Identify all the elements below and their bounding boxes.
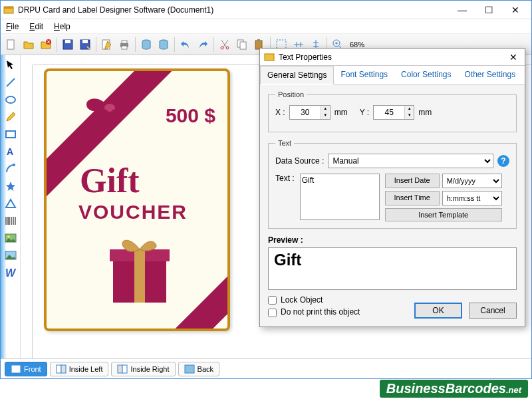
preview-box: Gift xyxy=(268,247,517,290)
dialog-close-icon[interactable]: ✕ xyxy=(506,52,521,63)
amount-text[interactable]: 500 $ xyxy=(166,104,215,127)
cut-icon[interactable] xyxy=(217,37,233,53)
spin-up-icon[interactable]: ▲ xyxy=(405,106,414,112)
dialog-titlebar[interactable]: Text Properties ✕ xyxy=(260,49,525,66)
data-source-label: Data Source : xyxy=(275,156,324,166)
menu-edit[interactable]: Edit xyxy=(29,22,43,31)
line-tool-icon[interactable] xyxy=(3,75,18,90)
tab-font-settings[interactable]: Font Settings xyxy=(334,66,394,84)
open-icon[interactable] xyxy=(21,37,37,53)
svg-rect-36 xyxy=(61,365,66,373)
picture-tool-icon[interactable] xyxy=(3,248,18,263)
new-icon[interactable] xyxy=(3,37,19,53)
database2-icon[interactable] xyxy=(156,37,172,53)
tab-inside-left[interactable]: Inside Left xyxy=(50,362,109,376)
redo-icon[interactable] xyxy=(195,37,211,53)
svg-rect-2 xyxy=(7,40,14,49)
position-group: Position X : ▲▼ mm Y : ▲▼ mm xyxy=(268,90,517,132)
close-button[interactable]: ✕ xyxy=(502,1,529,19)
zoom-level[interactable]: 68% xyxy=(350,41,364,49)
page-tabs: Front Inside Left Inside Right Back xyxy=(1,358,531,378)
insert-date-button[interactable]: Insert Date xyxy=(385,174,440,188)
save-as-icon[interactable] xyxy=(77,37,93,53)
image-tool-icon[interactable] xyxy=(3,231,18,245)
giftbox-image[interactable] xyxy=(100,223,180,312)
preview-label: Preview : xyxy=(268,235,517,245)
insert-time-button[interactable]: Insert Time xyxy=(385,191,440,205)
tab-general-settings[interactable]: General Settings xyxy=(260,66,334,85)
app-icon xyxy=(3,5,14,15)
svg-rect-40 xyxy=(265,54,274,61)
undo-icon[interactable] xyxy=(178,37,194,53)
triangle-tool-icon[interactable] xyxy=(3,196,18,211)
menu-help[interactable]: Help xyxy=(54,22,70,31)
svg-rect-23 xyxy=(6,131,15,138)
svg-rect-35 xyxy=(57,365,61,373)
time-format-select[interactable]: h:mm:ss tt xyxy=(442,191,502,205)
spin-down-icon[interactable]: ▼ xyxy=(321,112,330,119)
pointer-tool-icon[interactable] xyxy=(3,58,18,72)
dialog-icon xyxy=(264,52,275,63)
copy-icon[interactable] xyxy=(234,37,250,53)
ellipse-tool-icon[interactable] xyxy=(3,92,18,107)
arc-tool-icon[interactable] xyxy=(3,162,18,176)
menu-file[interactable]: File xyxy=(6,22,19,31)
svg-rect-19 xyxy=(257,39,260,41)
tab-front[interactable]: Front xyxy=(5,362,47,376)
text-properties-dialog: Text Properties ✕ General Settings Font … xyxy=(259,48,525,327)
rect-tool-icon[interactable] xyxy=(3,127,18,142)
database-icon[interactable] xyxy=(138,37,154,53)
x-label: X : xyxy=(275,108,285,117)
window-title: DRPU Card and Label Designer Software (D… xyxy=(18,5,449,15)
text-label: Text : xyxy=(275,174,295,183)
svg-rect-38 xyxy=(122,365,127,373)
svg-rect-11 xyxy=(122,46,127,49)
dialog-tabs: General Settings Font Settings Color Set… xyxy=(260,66,525,85)
bow-decoration xyxy=(80,88,140,130)
design-canvas[interactable]: 500 $ Gift VOUCHER xyxy=(44,68,230,331)
svg-point-22 xyxy=(6,96,15,103)
svg-rect-37 xyxy=(118,365,122,373)
insert-template-button[interactable]: Insert Template xyxy=(385,208,502,221)
edit-icon[interactable] xyxy=(99,37,115,53)
svg-point-25 xyxy=(13,164,15,166)
data-source-select[interactable]: Manual xyxy=(328,154,493,168)
svg-rect-5 xyxy=(65,40,70,43)
spin-down-icon[interactable]: ▼ xyxy=(405,112,414,119)
maximize-button[interactable]: ☐ xyxy=(475,1,502,19)
y-input[interactable]: ▲▼ xyxy=(373,105,414,120)
help-icon[interactable]: ? xyxy=(497,155,509,167)
tab-back[interactable]: Back xyxy=(178,362,219,376)
pencil-tool-icon[interactable] xyxy=(3,110,18,124)
svg-text:W: W xyxy=(5,267,17,279)
svg-text:A: A xyxy=(7,146,13,157)
spin-up-icon[interactable]: ▲ xyxy=(321,106,330,112)
gift-heading[interactable]: Gift xyxy=(80,161,140,200)
svg-rect-7 xyxy=(82,40,88,43)
watermark: BusinessBarcodes.net xyxy=(380,380,528,398)
tab-inside-right[interactable]: Inside Right xyxy=(111,362,175,376)
x-input[interactable]: ▲▼ xyxy=(289,105,331,120)
wordart-tool-icon[interactable]: W xyxy=(3,265,18,280)
titlebar: DRPU Card and Label Designer Software (D… xyxy=(1,1,531,19)
svg-rect-1 xyxy=(4,7,13,9)
close-doc-icon[interactable] xyxy=(38,37,54,53)
cancel-button[interactable]: Cancel xyxy=(469,303,517,319)
star-tool-icon[interactable] xyxy=(3,179,18,194)
barcode-tool-icon[interactable] xyxy=(3,213,18,228)
svg-rect-17 xyxy=(240,42,246,49)
svg-rect-39 xyxy=(185,365,194,373)
tab-other-settings[interactable]: Other Settings xyxy=(458,66,522,84)
svg-rect-10 xyxy=(122,41,127,43)
tab-color-settings[interactable]: Color Settings xyxy=(394,66,458,84)
text-tool-icon[interactable]: A xyxy=(3,144,18,159)
save-icon[interactable] xyxy=(60,37,76,53)
voucher-heading[interactable]: VOUCHER xyxy=(78,201,188,223)
date-format-select[interactable]: M/d/yyyy xyxy=(442,174,502,188)
print-icon[interactable] xyxy=(116,37,132,53)
minimize-button[interactable]: — xyxy=(449,1,475,19)
text-input[interactable]: Gift xyxy=(300,174,380,220)
ruler-vertical xyxy=(21,65,33,358)
svg-point-27 xyxy=(7,235,10,238)
ok-button[interactable]: OK xyxy=(414,303,462,319)
